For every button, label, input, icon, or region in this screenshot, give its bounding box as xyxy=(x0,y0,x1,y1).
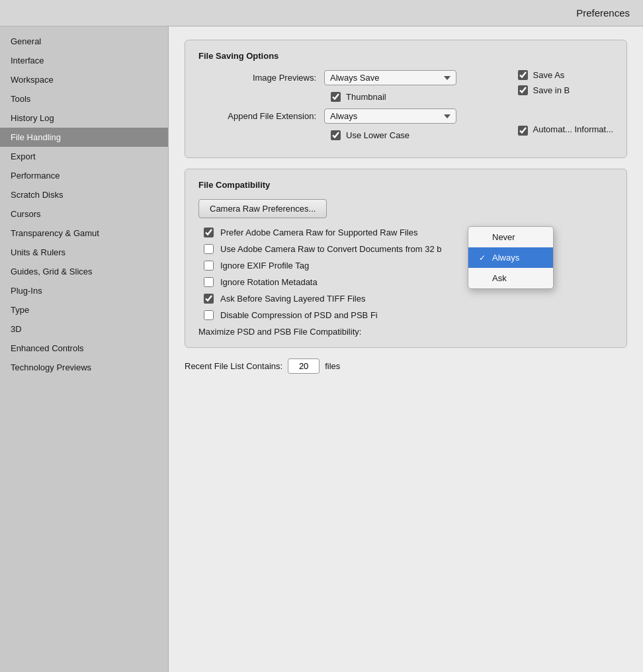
sidebar-item-scratch-disks[interactable]: Scratch Disks xyxy=(0,185,168,204)
prefer-adobe-label: Prefer Adobe Camera Raw for Supported Ra… xyxy=(220,228,417,237)
content-panel: File Saving Options Image Previews: Alwa… xyxy=(169,26,643,672)
recent-file-input[interactable] xyxy=(288,358,320,374)
use-lower-case-checkbox[interactable] xyxy=(331,130,341,140)
ignore-rotation-label: Ignore Rotation Metadata xyxy=(220,277,318,287)
use-adobe-convert-checkbox[interactable] xyxy=(204,244,214,254)
automatic-info-checkbox[interactable] xyxy=(518,126,528,136)
automatic-info-label: Automat... Informat... xyxy=(533,124,613,134)
use-adobe-convert-label: Use Adobe Camera Raw to Convert Document… xyxy=(220,244,442,254)
sidebar-item-general[interactable]: General xyxy=(0,32,168,51)
sidebar-item-plug-ins[interactable]: Plug-Ins xyxy=(0,281,168,300)
ask-before-saving-label: Ask Before Saving Layered TIFF Files xyxy=(220,294,365,304)
thumbnail-checkbox[interactable] xyxy=(331,92,341,102)
save-as-label: Save As xyxy=(533,70,565,80)
sidebar-item-performance[interactable]: Performance xyxy=(0,166,168,185)
save-in-background-label: Save in B xyxy=(533,85,570,95)
ignore-exif-label: Ignore EXIF Profile Tag xyxy=(220,261,309,271)
sidebar-item-guides-grid-slices[interactable]: Guides, Grid & Slices xyxy=(0,262,168,281)
maximize-psd-label: Maximize PSD and PSB File Compatibility: xyxy=(198,327,366,337)
sidebar-item-interface[interactable]: Interface xyxy=(0,51,168,70)
sidebar-item-3d[interactable]: 3D xyxy=(0,319,168,339)
sidebar-item-history-log[interactable]: History Log xyxy=(0,108,168,128)
sidebar-item-units-rulers[interactable]: Units & Rulers xyxy=(0,243,168,262)
save-as-checkbox[interactable] xyxy=(518,70,528,80)
ignore-rotation-checkbox[interactable] xyxy=(204,277,214,287)
sidebar: General Interface Workspace Tools Histor… xyxy=(0,26,169,672)
sidebar-item-export[interactable]: Export xyxy=(0,147,168,166)
recent-file-row: Recent File List Contains: files xyxy=(185,358,627,374)
sidebar-item-cursors[interactable]: Cursors xyxy=(0,204,168,224)
file-compatibility-title: File Compatibility xyxy=(198,180,613,190)
recent-file-label: Recent File List Contains: xyxy=(185,361,282,371)
thumbnail-label: Thumbnail xyxy=(346,92,386,102)
file-compatibility-section: File Compatibility Camera Raw Preference… xyxy=(185,169,627,348)
append-file-ext-select[interactable]: Always Never Ask xyxy=(324,108,456,124)
image-previews-select[interactable]: Always Save Never Save Ask When Saving xyxy=(324,70,456,85)
disable-compression-checkbox[interactable] xyxy=(204,310,214,320)
ask-label: Ask xyxy=(492,273,507,283)
title-bar: Preferences xyxy=(0,0,643,26)
camera-raw-preferences-button[interactable]: Camera Raw Preferences... xyxy=(198,199,327,218)
recent-file-suffix: files xyxy=(325,361,340,371)
checkbox-row-disable-compression: Disable Compression of PSD and PSB Fi xyxy=(198,310,613,320)
sidebar-item-transparency-gamut[interactable]: Transparency & Gamut xyxy=(0,224,168,243)
image-previews-label: Image Previews: xyxy=(198,73,324,83)
append-file-ext-label: Append File Extension: xyxy=(198,111,324,121)
never-label: Never xyxy=(492,232,515,242)
sidebar-item-enhanced-controls[interactable]: Enhanced Controls xyxy=(0,339,168,358)
dropdown-item-never[interactable]: Never xyxy=(468,227,553,247)
maximize-psd-dropdown: Never ✓ Always Ask xyxy=(468,226,554,289)
ignore-exif-checkbox[interactable] xyxy=(204,261,214,271)
disable-compression-label: Disable Compression of PSD and PSB Fi xyxy=(220,310,378,320)
sidebar-item-technology-previews[interactable]: Technology Previews xyxy=(0,358,168,377)
save-in-background-checkbox[interactable] xyxy=(518,85,528,95)
main-layout: General Interface Workspace Tools Histor… xyxy=(0,26,643,672)
sidebar-item-tools[interactable]: Tools xyxy=(0,89,168,108)
sidebar-item-type[interactable]: Type xyxy=(0,300,168,319)
sidebar-item-workspace[interactable]: Workspace xyxy=(0,70,168,89)
file-saving-section: File Saving Options Image Previews: Alwa… xyxy=(185,40,627,158)
dropdown-item-ask[interactable]: Ask xyxy=(468,268,553,288)
always-label: Always xyxy=(492,253,519,263)
dropdown-item-always[interactable]: ✓ Always xyxy=(468,247,553,268)
window-title: Preferences xyxy=(576,7,630,19)
checkbox-row-ask-before-saving: Ask Before Saving Layered TIFF Files xyxy=(198,294,613,304)
sidebar-item-file-handling[interactable]: File Handling xyxy=(0,128,168,147)
use-lower-case-label: Use Lower Case xyxy=(346,130,409,140)
prefer-adobe-checkbox[interactable] xyxy=(204,228,214,237)
file-saving-title: File Saving Options xyxy=(198,51,613,61)
ask-before-saving-checkbox[interactable] xyxy=(204,294,214,304)
always-checkmark: ✓ xyxy=(479,253,487,263)
